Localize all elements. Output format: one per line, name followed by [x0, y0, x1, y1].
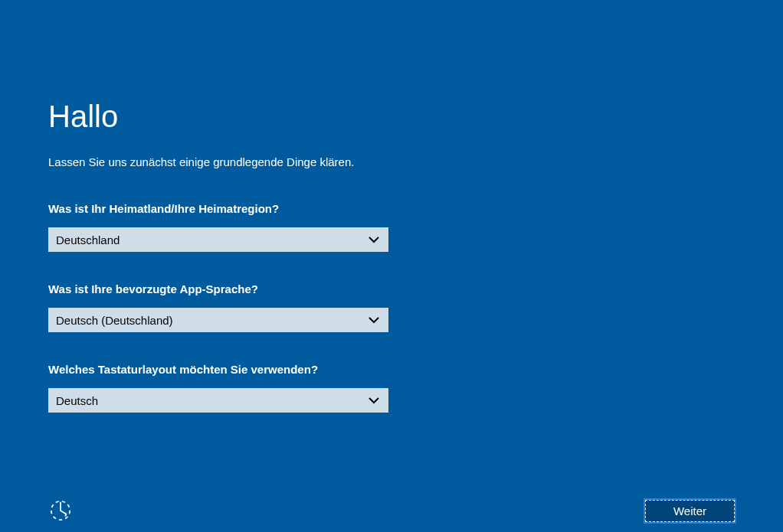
- keyboard-form-group: Welches Tastaturlayout möchten Sie verwe…: [48, 363, 398, 413]
- next-button[interactable]: Weiter: [645, 500, 735, 522]
- page-subtitle: Lassen Sie uns zunächst einige grundlege…: [48, 155, 398, 168]
- keyboard-label: Welches Tastaturlayout möchten Sie verwe…: [48, 363, 398, 376]
- country-select-value: Deutschland: [56, 233, 120, 246]
- language-select[interactable]: Deutsch (Deutschland): [48, 308, 388, 332]
- country-label: Was ist Ihr Heimatland/Ihre Heimatregion…: [48, 202, 398, 215]
- accessibility-icon[interactable]: [48, 498, 73, 523]
- keyboard-select[interactable]: Deutsch: [48, 388, 388, 413]
- language-select-value: Deutsch (Deutschland): [56, 314, 173, 327]
- language-form-group: Was ist Ihre bevorzugte App-Sprache? Deu…: [48, 282, 398, 332]
- language-label: Was ist Ihre bevorzugte App-Sprache?: [48, 282, 398, 295]
- country-select[interactable]: Deutschland: [48, 227, 388, 252]
- page-title: Hallo: [48, 100, 398, 134]
- country-form-group: Was ist Ihr Heimatland/Ihre Heimatregion…: [48, 202, 398, 252]
- keyboard-select-value: Deutsch: [56, 394, 98, 407]
